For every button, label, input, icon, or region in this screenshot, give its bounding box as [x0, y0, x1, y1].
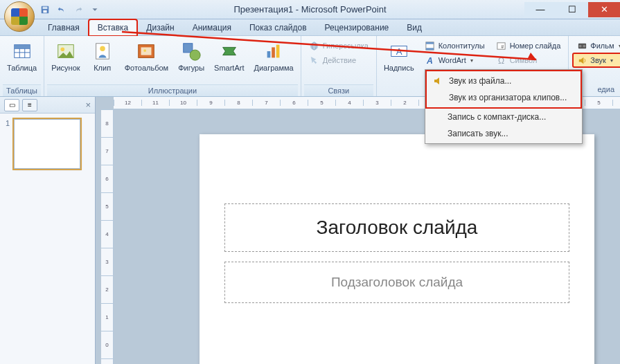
outline-tab[interactable]: ≡ [22, 99, 37, 111]
headerfooter-button[interactable]: Колонтитулы [421, 39, 488, 53]
sound-file-icon [432, 75, 443, 87]
sound-from-organizer[interactable]: Звук из организатора клипов... [428, 89, 579, 106]
redo-icon[interactable] [72, 3, 85, 16]
sound-icon [576, 55, 587, 66]
svg-rect-1 [43, 6, 48, 9]
slidenum-button[interactable]: #Номер слайда [493, 39, 565, 53]
qat-dropdown-icon[interactable] [89, 3, 101, 16]
svg-point-17 [190, 50, 200, 60]
action-button: Действие [305, 53, 372, 67]
slidenum-icon: # [496, 40, 507, 51]
svg-rect-8 [14, 45, 30, 49]
undo-icon[interactable] [55, 3, 68, 16]
slide-number: 1 [6, 119, 10, 169]
group-media-label: едиа [593, 84, 619, 95]
tab-slideshow[interactable]: Показ слайдов [240, 19, 316, 35]
photoalbum-icon [135, 40, 157, 62]
group-links-label: Связи [304, 84, 373, 96]
symbol-icon: Ω [496, 55, 507, 66]
clip-button[interactable]: Клип [86, 37, 119, 75]
group-illustrations-label: Иллюстрации [47, 84, 298, 96]
svg-text:Ω: Ω [498, 56, 504, 66]
maximize-button[interactable]: ☐ [556, 2, 588, 17]
picture-icon [55, 40, 77, 62]
photoalbum-button[interactable]: Фотоальбом [121, 37, 173, 75]
svg-text:#: # [502, 44, 504, 49]
ribbon-tabs: Главная Вставка Дизайн Анимация Показ сл… [0, 19, 620, 36]
svg-rect-19 [272, 47, 275, 57]
shapes-button[interactable]: Фигуры [174, 37, 209, 75]
svg-text:A: A [426, 56, 433, 66]
table-button[interactable]: Таблица [3, 37, 41, 75]
svg-rect-27 [426, 48, 434, 50]
symbol-button: ΩСимвол [493, 53, 565, 67]
subtitle-placeholder[interactable]: Подзаголовок слайда [224, 262, 569, 303]
tab-design[interactable]: Дизайн [137, 19, 183, 35]
svg-rect-18 [267, 51, 271, 57]
svg-rect-26 [426, 42, 434, 44]
slide-thumbnail-1[interactable] [14, 119, 80, 169]
office-button[interactable] [4, 1, 35, 32]
smartart-icon [218, 40, 240, 62]
group-tables-label: Таблицы [3, 84, 41, 96]
svg-rect-16 [184, 44, 193, 53]
sound-button[interactable]: Звук▾ [573, 53, 620, 67]
wordart-icon: A [425, 55, 436, 66]
chart-button[interactable]: Диаграмма [250, 37, 298, 75]
save-icon[interactable] [39, 3, 51, 16]
textbox-icon: A [388, 40, 410, 62]
title-placeholder[interactable]: Заголовок слайда [224, 203, 569, 252]
tab-animation[interactable]: Анимация [184, 19, 240, 35]
svg-rect-14 [141, 47, 152, 55]
svg-point-15 [144, 49, 147, 52]
movie-button[interactable]: Фильм▾ [573, 39, 620, 53]
sound-record[interactable]: Записать звук... [427, 125, 581, 142]
shapes-icon [180, 40, 202, 62]
close-button[interactable]: ✕ [588, 2, 620, 17]
table-icon [11, 40, 33, 62]
tab-home[interactable]: Главная [39, 19, 89, 35]
slides-tab[interactable]: ▭ [4, 99, 19, 111]
tab-review[interactable]: Рецензирование [316, 19, 398, 35]
panel-close-icon[interactable]: × [85, 100, 91, 110]
smartart-button[interactable]: SmartArt [210, 37, 248, 75]
textbox-button[interactable]: AНадпись [380, 37, 418, 75]
vertical-ruler: 8765432101 [101, 109, 114, 364]
svg-point-36 [583, 44, 585, 47]
hyperlink-icon [309, 40, 320, 51]
quick-access-toolbar [39, 3, 101, 16]
headerfooter-icon [425, 40, 436, 51]
svg-rect-2 [43, 10, 46, 12]
movie-icon [576, 40, 587, 51]
sound-from-file[interactable]: Звук из файла... [428, 73, 579, 89]
title-bar: Презентация1 - Microsoft PowerPoint — ☐ … [0, 0, 620, 19]
slide-panel: ▭ ≡ × 1 [0, 97, 96, 364]
svg-text:A: A [396, 46, 402, 57]
slide[interactable]: Заголовок слайда Подзаголовок слайда [200, 134, 594, 364]
tab-view[interactable]: Вид [398, 19, 431, 35]
svg-point-12 [100, 46, 105, 52]
hyperlink-button: Гиперссылка [305, 39, 372, 53]
wordart-button[interactable]: AWordArt▾ [421, 53, 488, 67]
action-icon [309, 55, 320, 66]
clip-icon [91, 40, 114, 62]
minimize-button[interactable]: — [524, 2, 556, 17]
picture-button[interactable]: Рисунок [47, 37, 85, 75]
svg-point-21 [310, 42, 318, 49]
tab-insert[interactable]: Вставка [89, 19, 138, 36]
sound-from-cd[interactable]: Запись с компакт-диска... [427, 109, 581, 125]
svg-point-10 [60, 47, 64, 51]
chart-icon [263, 40, 285, 62]
sound-dropdown-menu: Звук из файла... Звук из организатора кл… [425, 69, 583, 144]
svg-point-35 [579, 44, 582, 47]
svg-rect-20 [276, 45, 280, 58]
